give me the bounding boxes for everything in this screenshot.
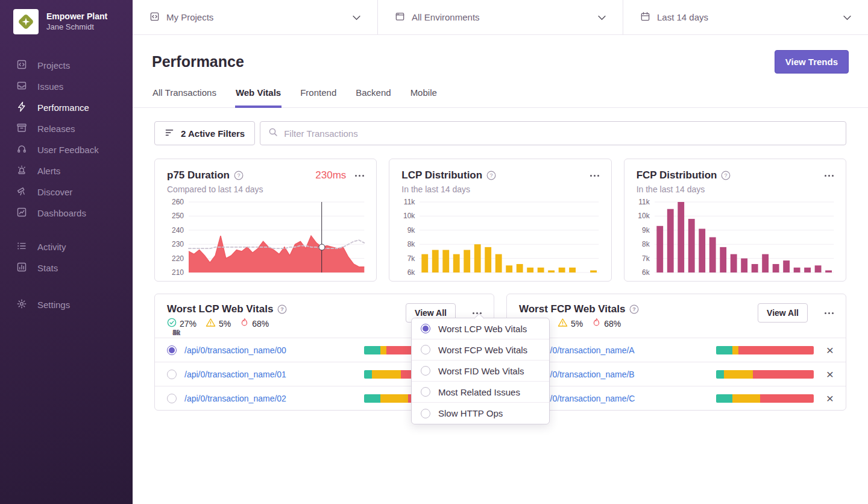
transaction-link[interactable]: /api/0/transaction_name/A bbox=[536, 345, 708, 355]
menu-radio bbox=[421, 409, 430, 418]
poor-stat-value: 68% bbox=[252, 319, 269, 329]
sidebar-item-alerts[interactable]: Alerts bbox=[0, 160, 133, 181]
chart-plot bbox=[420, 202, 599, 272]
menu-item-worst-fcp-web-vitals[interactable]: Worst FCP Web Vitals bbox=[412, 339, 549, 361]
close-icon[interactable]: × bbox=[825, 344, 835, 356]
poor-stat-value: 68% bbox=[604, 319, 621, 329]
card-subtitle: In the last 14 days bbox=[637, 184, 834, 194]
sidebar-item-label: Issues bbox=[37, 81, 63, 92]
ellipsis-menu-button[interactable] bbox=[825, 310, 834, 317]
settings-icon bbox=[16, 298, 27, 311]
meh-stat-value: 5% bbox=[219, 319, 231, 329]
view-all-button[interactable]: View All bbox=[758, 303, 808, 323]
environment-filter-dropdown[interactable]: All Environments bbox=[377, 0, 623, 34]
sidebar-item-performance[interactable]: Performance bbox=[0, 97, 133, 118]
p75-duration-card: p75 Duration ? 230ms Compared to last 14… bbox=[154, 159, 377, 282]
card-title: Worst FCP Web Vitals bbox=[519, 303, 625, 315]
transaction-radio[interactable] bbox=[167, 345, 177, 355]
sidebar-item-dashboards[interactable]: Dashboards bbox=[0, 203, 133, 224]
y-axis-label: 11k bbox=[404, 198, 415, 206]
lcp-distribution-card: LCP Distribution ? In the last 14 days 1… bbox=[389, 159, 611, 282]
menu-item-most-related-issues[interactable]: Most Related Issues bbox=[412, 382, 549, 403]
tab-mobile[interactable]: Mobile bbox=[410, 87, 438, 108]
y-axis-label: 9k bbox=[642, 226, 650, 235]
y-axis-label: 240 bbox=[172, 226, 184, 235]
search-input[interactable] bbox=[284, 128, 838, 139]
vitals-distribution-bar bbox=[716, 370, 814, 379]
fcp-distribution-card: FCP Distribution ? In the last 14 days 1… bbox=[624, 159, 846, 282]
transaction-link[interactable]: /api/0/transaction_name/C bbox=[536, 394, 708, 403]
warning-triangle-icon bbox=[558, 318, 568, 329]
menu-item-label: Worst LCP Web Vitals bbox=[438, 324, 527, 334]
sidebar-item-label: Stats bbox=[37, 263, 58, 273]
meh-segment bbox=[732, 394, 760, 403]
sidebar-item-discover[interactable]: Discover bbox=[0, 181, 133, 203]
active-filters-button[interactable]: 2 Active Filters bbox=[154, 121, 255, 145]
y-axis-label: 0 bbox=[176, 329, 180, 337]
sidebar-item-settings[interactable]: Settings bbox=[0, 294, 133, 315]
vitals-selector-dropdown: Worst LCP Web Vitals Worst FCP Web Vital… bbox=[411, 318, 550, 424]
sidebar-item-label: Discover bbox=[37, 187, 72, 197]
menu-radio bbox=[421, 366, 430, 376]
fire-icon bbox=[592, 318, 601, 329]
ellipsis-menu-button[interactable] bbox=[590, 172, 599, 179]
meh-segment bbox=[372, 370, 401, 379]
menu-item-slow-http-ops[interactable]: Slow HTTP Ops bbox=[412, 403, 549, 424]
sidebar-item-projects[interactable]: Projects bbox=[0, 55, 133, 76]
sidebar-item-stats[interactable]: Stats bbox=[0, 257, 133, 279]
card-title: LCP Distribution bbox=[401, 169, 482, 181]
org-switcher[interactable]: Empower Plant Jane Schmidt bbox=[0, 0, 133, 46]
sidebar-item-label: Performance bbox=[37, 102, 89, 113]
sidebar-item-user-feedback[interactable]: User Feedback bbox=[0, 139, 133, 160]
transaction-radio[interactable] bbox=[167, 394, 177, 403]
help-icon[interactable]: ? bbox=[277, 304, 287, 314]
fire-icon bbox=[240, 318, 249, 329]
menu-radio bbox=[421, 387, 430, 397]
transaction-radio[interactable] bbox=[167, 370, 177, 379]
meh-segment bbox=[380, 394, 407, 403]
help-icon[interactable]: ? bbox=[234, 171, 244, 180]
tab-frontend[interactable]: Frontend bbox=[300, 87, 337, 108]
menu-item-worst-fid-web-vitals[interactable]: Worst FID Web Vitals bbox=[412, 361, 549, 382]
p75-duration-chart: 260250240230220210 bbox=[167, 202, 364, 272]
date-range-dropdown[interactable]: Last 14 days bbox=[623, 0, 868, 34]
filter-icon bbox=[165, 128, 174, 139]
ellipsis-menu-button[interactable] bbox=[355, 172, 364, 179]
card-subtitle: In the last 14 days bbox=[401, 184, 599, 194]
tab-web-vitals[interactable]: Web Vitals bbox=[235, 87, 281, 108]
sidebar-item-activity[interactable]: Activity bbox=[0, 236, 133, 257]
sidebar-item-issues[interactable]: Issues bbox=[0, 76, 133, 97]
y-axis-label: 8k bbox=[407, 240, 415, 248]
view-trends-button[interactable]: View Trends bbox=[775, 50, 849, 74]
tab-all-transactions[interactable]: All Transactions bbox=[152, 87, 217, 108]
meh-stat: 5% bbox=[206, 318, 231, 329]
menu-item-worst-lcp-web-vitals[interactable]: Worst LCP Web Vitals bbox=[412, 318, 549, 339]
good-stat-value: 27% bbox=[180, 319, 197, 329]
sidebar-item-releases[interactable]: Releases bbox=[0, 118, 133, 139]
transaction-link[interactable]: /api/0/transaction_name/B bbox=[536, 370, 708, 379]
close-icon[interactable]: × bbox=[825, 368, 835, 380]
help-icon[interactable]: ? bbox=[486, 171, 496, 180]
good-segment bbox=[716, 370, 724, 379]
card-subtitle: Compared to last 14 days bbox=[167, 184, 364, 194]
page-header: Performance View Trends All Transactions… bbox=[133, 35, 868, 108]
y-axis-label: 8k bbox=[642, 240, 650, 248]
global-filter-bar: My Projects All Environments Last 14 day… bbox=[133, 0, 868, 35]
transaction-row: /api/0/transaction_name/A × bbox=[507, 338, 846, 362]
transaction-link[interactable]: /api/0/transaction_name/02 bbox=[184, 394, 356, 403]
help-icon[interactable]: ? bbox=[721, 171, 731, 180]
close-icon[interactable]: × bbox=[825, 392, 835, 405]
good-segment bbox=[364, 370, 372, 379]
transaction-link[interactable]: /api/0/transaction_name/00 bbox=[184, 345, 356, 355]
transaction-link[interactable]: /api/0/transaction_name/01 bbox=[184, 370, 356, 379]
page-title: Performance bbox=[152, 53, 244, 71]
main-content: 2 Active Filters p75 Duration ? 230ms Co… bbox=[133, 108, 868, 504]
project-filter-dropdown[interactable]: My Projects bbox=[133, 0, 377, 34]
menu-radio bbox=[421, 324, 430, 333]
tab-backend[interactable]: Backend bbox=[355, 87, 391, 108]
good-segment bbox=[716, 394, 733, 403]
ellipsis-menu-button[interactable] bbox=[825, 172, 834, 179]
org-name: Empower Plant bbox=[46, 11, 107, 22]
help-icon[interactable]: ? bbox=[629, 304, 639, 314]
search-icon bbox=[268, 127, 278, 139]
